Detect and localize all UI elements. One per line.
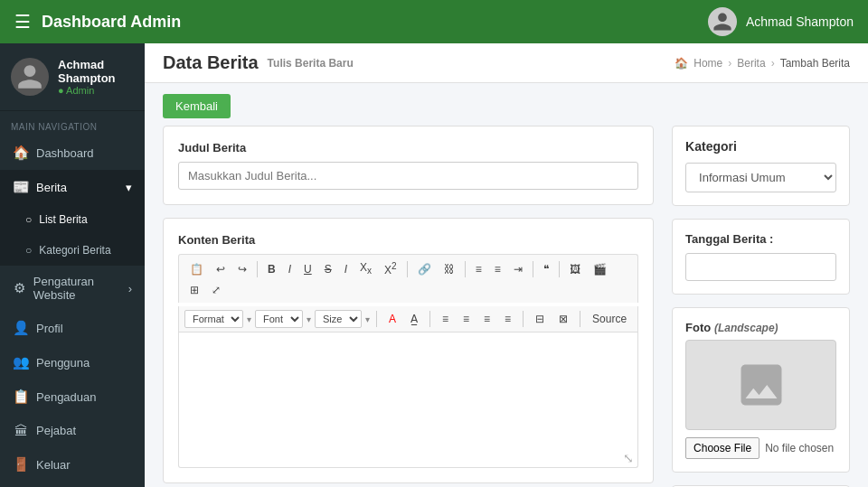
sidebar-berita-inner: 📰 Berita — [13, 179, 67, 195]
toolbar-sep-5 — [559, 261, 560, 277]
breadcrumb-home[interactable]: Home — [693, 57, 722, 70]
toolbar-font-arrow: ▾ — [307, 314, 311, 324]
toolbar-unlink-btn[interactable]: ⛓ — [439, 260, 460, 278]
toolbar-expand-btn[interactable]: ⤢ — [206, 281, 226, 299]
kategori-select[interactable]: Informasi Umum Berita Pengumuman — [685, 163, 836, 192]
right-panel: Kategori Informasi Umum Berita Pengumuma… — [672, 126, 850, 487]
toolbar-sep-7 — [429, 311, 430, 327]
sidebar-label-pengaduan: Pengaduan — [36, 390, 97, 404]
konten-label: Konten Berita — [178, 233, 638, 247]
sidebar-item-berita[interactable]: 📰 Berita ▾ — [0, 170, 145, 204]
toolbar-quote-btn[interactable]: ❝ — [538, 260, 554, 278]
toolbar-superscript-btn[interactable]: X2 — [379, 258, 402, 279]
toolbar-fontcolor-btn[interactable]: A — [383, 310, 401, 328]
sidebar-item-pengaduan[interactable]: 📋 Pengaduan — [0, 379, 145, 414]
toolbar-sep-3 — [465, 261, 466, 277]
toolbar-sep-4 — [533, 261, 533, 277]
font-select[interactable]: Font — [255, 310, 303, 328]
pengaduan-icon: 📋 — [13, 389, 29, 405]
toolbar-italic2-btn[interactable]: I — [339, 260, 353, 278]
toolbar-subscript-btn[interactable]: Xx — [354, 258, 377, 278]
foto-label: Foto (Landscape) — [685, 321, 836, 334]
toolbar-table-btn[interactable]: ⊞ — [184, 281, 204, 299]
toolbar-underline-btn[interactable]: U — [298, 260, 317, 278]
sidebar-label-berita: Berita — [36, 181, 67, 194]
sidebar-label-kategori-berita: Kategori Berita — [39, 244, 110, 257]
circle-icon-2: ○ — [25, 244, 32, 257]
toolbar-align-right-btn[interactable]: ≡ — [478, 310, 495, 328]
tanggal-label: Tanggal Berita : — [685, 232, 836, 246]
toolbar-indent-btn[interactable]: ⇥ — [508, 260, 528, 278]
toolbar-align-justify-btn[interactable]: ≡ — [499, 310, 516, 328]
sidebar-role: Admin — [58, 85, 134, 96]
form-left: Judul Berita Konten Berita 📋 ↩ ↪ B — [163, 126, 654, 487]
konten-section: Konten Berita 📋 ↩ ↪ B I U S I X — [163, 218, 654, 483]
hamburger-icon[interactable]: ☰ — [14, 11, 31, 33]
toolbar-sep-6 — [376, 311, 377, 327]
size-select[interactable]: Size — [315, 310, 362, 328]
judul-section: Judul Berita — [163, 126, 654, 205]
choose-file-button[interactable]: Choose File — [685, 437, 760, 459]
topbar: ☰ Dashboard Admin Achmad Shampton — [0, 0, 868, 43]
toolbar-strike-btn[interactable]: S — [319, 260, 337, 278]
topbar-username: Achmad Shampton — [746, 14, 854, 29]
pengaturan-icon: ⚙ — [13, 280, 26, 296]
sidebar-item-list-berita[interactable]: ○ List Berita — [0, 204, 145, 235]
sidebar-item-pengguna[interactable]: 👥 Pengguna — [0, 345, 145, 379]
sidebar-item-pejabat[interactable]: 🏛 Pejabat — [0, 414, 145, 447]
foto-label-suffix: (Landscape) — [714, 322, 778, 334]
topbar-left: ☰ Dashboard Admin — [14, 11, 181, 33]
toolbar-ol-btn[interactable]: ≡ — [470, 260, 487, 278]
sidebar-sub-berita: ○ List Berita ○ Kategori Berita — [0, 204, 145, 266]
topbar-title: Dashboard Admin — [42, 13, 181, 32]
toolbar-align-center-btn[interactable]: ≡ — [458, 310, 475, 328]
tanggal-input[interactable]: 06/23/2021 — [685, 253, 836, 281]
file-input-row: Choose File No file chosen — [685, 437, 836, 459]
toolbar-link-btn[interactable]: 🔗 — [412, 260, 437, 278]
sidebar-item-profil[interactable]: 👤 Profil — [0, 311, 145, 345]
chevron-down-icon: ▾ — [126, 181, 132, 194]
back-button[interactable]: Kembali — [163, 94, 231, 118]
sidebar-item-keluar[interactable]: 🚪 Keluar — [0, 447, 145, 482]
toolbar-bold-btn[interactable]: B — [262, 260, 281, 278]
toolbar-paste-icon[interactable]: 📋 — [184, 260, 209, 278]
kategori-title: Kategori — [685, 139, 836, 154]
toolbar-italic-btn[interactable]: I — [283, 260, 297, 278]
editor-resize-handle[interactable]: ⤡ — [623, 451, 634, 465]
file-no-chosen-text: No file chosen — [765, 442, 834, 454]
toolbar-video-btn[interactable]: 🎬 — [588, 260, 612, 278]
sidebar-label-dashboard: Dashboard — [36, 146, 94, 160]
topbar-right: Achmad Shampton — [708, 7, 854, 36]
sidebar-label-pengguna: Pengguna — [36, 356, 90, 370]
toolbar-sep-2 — [407, 261, 408, 277]
toolbar-source-btn[interactable]: Source — [587, 310, 632, 328]
format-select[interactable]: Format — [184, 310, 243, 328]
sidebar-name: Achmad Shampton — [58, 58, 134, 85]
judul-input[interactable] — [178, 162, 638, 190]
sidebar-item-kategori-berita[interactable]: ○ Kategori Berita — [0, 235, 145, 266]
toolbar-more-btn[interactable]: ⊟ — [530, 310, 550, 328]
toolbar-undo-btn[interactable]: ↩ — [211, 260, 231, 278]
breadcrumb-berita[interactable]: Berita — [737, 57, 765, 70]
toolbar-highlight-btn[interactable]: A̲ — [405, 310, 423, 328]
judul-label: Judul Berita — [178, 141, 638, 155]
breadcrumb-current: Tambah Berita — [780, 57, 850, 70]
editor-toolbar: 📋 ↩ ↪ B I U S I Xx X2 🔗 — [178, 254, 638, 303]
sidebar-label-pengaturan: Pengaturan Website — [33, 275, 121, 302]
content-header-left: Data Berita Tulis Berita Baru — [163, 52, 354, 73]
sidebar-pengaturan-inner: ⚙ Pengaturan Website — [13, 275, 121, 302]
toolbar-image-btn[interactable]: 🖼 — [564, 260, 586, 278]
toolbar-code-btn[interactable]: ⊠ — [553, 310, 573, 328]
sidebar-item-dashboard[interactable]: 🏠 Dashboard — [0, 136, 145, 170]
toolbar-ul-btn[interactable]: ≡ — [489, 260, 506, 278]
page-subtitle: Tulis Berita Baru — [268, 57, 354, 70]
page-title: Data Berita Tulis Berita Baru — [163, 52, 354, 73]
sidebar-item-pengaturan[interactable]: ⚙ Pengaturan Website › — [0, 266, 145, 311]
sidebar-nav-label: MAIN NAVIGATION — [0, 111, 145, 136]
toolbar-redo-btn[interactable]: ↪ — [232, 260, 252, 278]
sidebar-label-profil: Profil — [36, 322, 63, 335]
editor-body[interactable]: ⤡ — [178, 332, 638, 468]
sidebar-profile: Achmad Shampton Admin — [0, 43, 145, 111]
sidebar-label-list-berita: List Berita — [39, 213, 87, 226]
toolbar-align-left-btn[interactable]: ≡ — [437, 310, 454, 328]
